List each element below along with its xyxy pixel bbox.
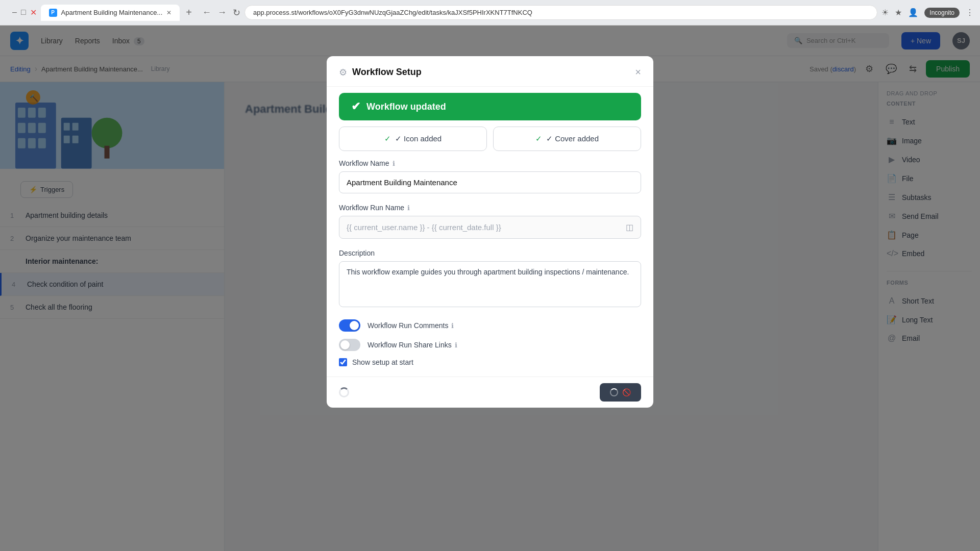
workflow-setup-modal: ⚙ Workflow Setup × ✔ Workflow updated ✓ …	[327, 56, 653, 408]
extension-icon: ☀	[881, 8, 889, 17]
browser-chrome: – □ ✕ P Apartment Building Maintenance..…	[0, 0, 980, 26]
modal-close-button[interactable]: ×	[635, 66, 641, 78]
gear-icon: ⚙	[339, 67, 347, 78]
tab-title: Apartment Building Maintenance...	[61, 9, 163, 16]
reload-button[interactable]: ↻	[233, 7, 240, 18]
setup-buttons: ✓ ✓ Icon added ✓ ✓ Cover added	[339, 127, 641, 151]
close-button[interactable]: 🚫	[600, 383, 641, 402]
address-bar[interactable]: app.process.st/workflows/oX0FyG3dnwNUzqG…	[244, 5, 877, 20]
profile-icon: 👤	[908, 8, 918, 17]
menu-icon: ⋮	[966, 8, 974, 17]
tab-favicon: P	[49, 9, 57, 17]
run-name-field[interactable]: {{ current_user.name }} - {{ current_dat…	[339, 216, 641, 239]
share-links-row: Workflow Run Share Links ℹ	[339, 339, 641, 351]
toggle-thumb	[350, 321, 359, 330]
workflow-name-label: Workflow Name ℹ	[339, 159, 641, 167]
cover-added-label: ✓ Cover added	[546, 134, 599, 143]
close-spinner	[610, 388, 618, 396]
forward-button[interactable]: →	[217, 7, 227, 18]
modal-overlay[interactable]: ⚙ Workflow Setup × ✔ Workflow updated ✓ …	[0, 26, 980, 551]
loading-spinner	[339, 387, 349, 397]
run-name-placeholder: {{ current_user.name }} - {{ current_dat…	[347, 223, 501, 232]
run-comments-toggle[interactable]	[339, 319, 360, 332]
run-comments-info-icon: ℹ	[451, 322, 454, 330]
cover-check: ✓	[535, 134, 542, 143]
check-icon: ✔	[351, 100, 360, 113]
tab-close-button[interactable]: ✕	[166, 9, 172, 16]
new-tab-button[interactable]: +	[184, 5, 194, 20]
description-group: Description This workflow example guides…	[339, 249, 641, 309]
modal-body: Workflow Name ℹ Workflow Run Name ℹ {{ c…	[327, 159, 653, 377]
cover-added-button[interactable]: ✓ ✓ Cover added	[493, 127, 641, 151]
window-controls[interactable]: – □ ✕	[12, 8, 37, 17]
workflow-name-group: Workflow Name ℹ	[339, 159, 641, 193]
workflow-run-name-label: Workflow Run Name ℹ	[339, 204, 641, 212]
icon-check: ✓	[384, 134, 391, 143]
share-links-info-icon: ℹ	[455, 341, 457, 349]
show-setup-checkbox[interactable]	[339, 358, 347, 366]
success-message: Workflow updated	[366, 102, 446, 112]
workflow-run-name-group: Workflow Run Name ℹ {{ current_user.name…	[339, 204, 641, 239]
workflow-name-info-icon: ℹ	[393, 160, 395, 167]
share-links-label: Workflow Run Share Links ℹ	[368, 341, 457, 349]
incognito-badge: Incognito	[924, 8, 960, 18]
workflow-name-input[interactable]	[339, 171, 641, 193]
run-name-info-icon: ℹ	[407, 204, 410, 212]
share-links-toggle[interactable]	[339, 339, 360, 351]
run-comments-row: Workflow Run Comments ℹ	[339, 319, 641, 332]
description-label: Description	[339, 249, 641, 257]
browser-actions: ☀ ★ 👤 Incognito ⋮	[881, 8, 974, 18]
modal-title: Workflow Setup	[352, 67, 422, 78]
no-entry-icon: 🚫	[622, 388, 631, 396]
bookmark-icon: ★	[895, 8, 902, 17]
browser-tab[interactable]: P Apartment Building Maintenance... ✕	[41, 5, 180, 21]
icon-added-button[interactable]: ✓ ✓ Icon added	[339, 127, 487, 151]
toggle-thumb	[340, 340, 350, 349]
back-button[interactable]: ←	[202, 7, 211, 18]
modal-footer: 🚫	[327, 377, 653, 408]
run-comments-label: Workflow Run Comments ℹ	[368, 321, 454, 330]
description-scroll-container: This workflow example guides you through…	[339, 261, 641, 309]
show-setup-label: Show setup at start	[352, 358, 413, 366]
footer-loader	[339, 387, 349, 397]
success-toast: ✔ Workflow updated	[339, 93, 641, 120]
icon-added-label: ✓ Icon added	[395, 134, 442, 143]
browser-controls: ← → ↻	[202, 7, 240, 18]
description-textarea[interactable]: This workflow example guides you through…	[339, 261, 641, 307]
show-setup-row: Show setup at start	[339, 358, 641, 366]
modal-header: ⚙ Workflow Setup ×	[327, 56, 653, 87]
template-icon: ◫	[626, 222, 633, 232]
